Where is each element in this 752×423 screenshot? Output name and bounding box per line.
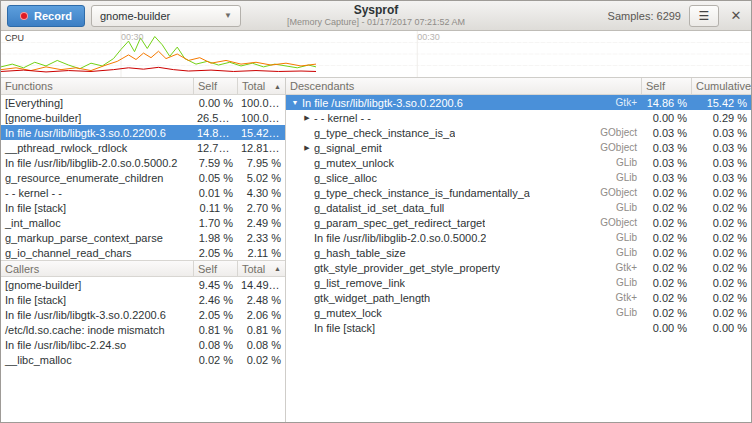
- function-row[interactable]: _int_malloc 1.70 % 2.49 %: [1, 215, 285, 230]
- function-row[interactable]: g_markup_parse_context_parse 1.98 % 2.33…: [1, 230, 285, 245]
- function-row[interactable]: In file /usr/lib/libglib-2.0.so.0.5000.2…: [1, 155, 285, 170]
- functions-table: [Everything] 0.00 % 100.00 % [gnome-buil…: [1, 95, 285, 260]
- expander-icon[interactable]: ▼: [290, 99, 300, 106]
- descendant-cumulative: 0.02 %: [691, 262, 751, 274]
- callers-self-column-header[interactable]: Self: [193, 261, 237, 276]
- descendant-row[interactable]: In file [stack] 0.00 % 0.00 %: [286, 320, 751, 335]
- function-row[interactable]: __pthread_rwlock_rdlock 12.75 % 12.81 %: [1, 140, 285, 155]
- descendants-self-column-header[interactable]: Self: [641, 78, 691, 94]
- menu-button[interactable]: ☰: [689, 5, 719, 27]
- descendant-row[interactable]: g_slice_alloc GLib 0.03 % 0.03 %: [286, 170, 751, 185]
- function-name: - - kernel - -: [1, 187, 193, 199]
- expander-icon[interactable]: ▶: [302, 114, 312, 122]
- descendant-row[interactable]: gtk_widget_path_length Gtk+ 0.02 % 0.02 …: [286, 290, 751, 305]
- descendant-cumulative: 0.03 %: [691, 142, 751, 154]
- record-icon: [20, 12, 28, 20]
- caller-self: 9.45 %: [193, 279, 237, 291]
- function-row[interactable]: [gnome-builder] 26.51 % 100.00 %: [1, 110, 285, 125]
- descendant-cumulative: 0.02 %: [691, 292, 751, 304]
- caller-name: In file [stack]: [1, 294, 193, 306]
- caller-row[interactable]: [gnome-builder] 9.45 % 14.49 %: [1, 277, 285, 292]
- functions-total-column-header[interactable]: Total ▲: [237, 78, 285, 94]
- descendant-row[interactable]: ▼ In file /usr/lib/libgtk-3.so.0.2200.6 …: [286, 95, 751, 110]
- descendant-row[interactable]: g_type_check_instance_is_a GObject 0.03 …: [286, 125, 751, 140]
- target-process-dropdown[interactable]: gnome-builder ▼: [91, 5, 241, 27]
- descendant-self: 0.02 %: [641, 247, 691, 259]
- caller-name: __libc_malloc: [1, 354, 193, 366]
- function-row[interactable]: In file /usr/lib/libgtk-3.so.0.2200.6 14…: [1, 125, 285, 140]
- cpu-graph[interactable]: CPU 00:3000:30: [1, 31, 751, 78]
- descendant-category: GLib: [589, 202, 641, 213]
- descendant-category: GObject: [589, 217, 641, 228]
- window-title: Sysprof: [287, 3, 465, 17]
- functions-column-header[interactable]: Functions: [1, 78, 193, 94]
- descendant-self: 14.86 %: [641, 97, 691, 109]
- function-row[interactable]: g_io_channel_read_chars 2.05 % 2.11 %: [1, 245, 285, 260]
- descendant-cumulative: 0.02 %: [691, 307, 751, 319]
- functions-total-label: Total: [242, 80, 265, 92]
- descendant-name-cell: ▼ In file /usr/lib/libgtk-3.so.0.2200.6: [286, 97, 589, 109]
- record-button[interactable]: Record: [7, 5, 85, 27]
- descendant-cumulative: 0.02 %: [691, 232, 751, 244]
- function-total: 2.11 %: [237, 247, 285, 259]
- descendant-row[interactable]: ▶ g_signal_emit GObject 0.03 % 0.03 %: [286, 140, 751, 155]
- hamburger-icon: ☰: [699, 9, 710, 23]
- descendant-row[interactable]: gtk_style_provider_get_style_property Gt…: [286, 260, 751, 275]
- descendant-category: GLib: [589, 157, 641, 168]
- functions-self-column-header[interactable]: Self: [193, 78, 237, 94]
- descendant-name: In file /usr/lib/libglib-2.0.so.0.5000.2: [314, 232, 486, 244]
- caller-total: 0.02 %: [237, 354, 285, 366]
- caller-row[interactable]: __libc_malloc 0.02 % 0.02 %: [1, 352, 285, 367]
- callers-column-header[interactable]: Callers: [1, 261, 193, 276]
- descendant-self: 0.02 %: [641, 277, 691, 289]
- descendant-row[interactable]: g_list_remove_link GLib 0.02 % 0.02 %: [286, 275, 751, 290]
- descendants-column-header[interactable]: Descendants: [286, 78, 641, 94]
- descendants-table: ▼ In file /usr/lib/libgtk-3.so.0.2200.6 …: [286, 95, 751, 335]
- descendant-name: In file [stack]: [314, 322, 375, 334]
- descendant-row[interactable]: In file /usr/lib/libglib-2.0.so.0.5000.2…: [286, 230, 751, 245]
- descendant-name-cell: g_list_remove_link: [286, 277, 589, 289]
- callers-total-column-header[interactable]: Total ▲: [237, 261, 285, 276]
- descendant-self: 0.02 %: [641, 232, 691, 244]
- caller-row[interactable]: In file /usr/lib/libc-2.24.so 0.08 % 0.0…: [1, 337, 285, 352]
- function-total: 2.49 %: [237, 217, 285, 229]
- function-self: 0.00 %: [193, 97, 237, 109]
- caller-self: 0.81 %: [193, 324, 237, 336]
- function-row[interactable]: - - kernel - - 0.01 % 4.30 %: [1, 185, 285, 200]
- close-icon: ✕: [731, 8, 742, 23]
- descendant-row[interactable]: g_hash_table_size GLib 0.02 % 0.02 %: [286, 245, 751, 260]
- cpu-green-line: [1, 37, 316, 69]
- function-name: g_markup_parse_context_parse: [1, 232, 193, 244]
- descendant-row[interactable]: g_param_spec_get_redirect_target GObject…: [286, 215, 751, 230]
- expander-icon[interactable]: ▶: [302, 144, 312, 152]
- function-total: 2.33 %: [237, 232, 285, 244]
- descendant-name: g_type_check_instance_is_fundamentally_a: [314, 187, 530, 199]
- close-button[interactable]: ✕: [727, 7, 745, 25]
- function-row[interactable]: g_resource_enumerate_children 0.05 % 5.0…: [1, 170, 285, 185]
- descendant-name: g_type_check_instance_is_a: [314, 127, 455, 139]
- functions-header: Functions Self Total ▲: [1, 78, 285, 95]
- descendant-row[interactable]: g_type_check_instance_is_fundamentally_a…: [286, 185, 751, 200]
- descendant-name-cell: ▶ - - kernel - -: [286, 112, 589, 124]
- cpu-graph-label: CPU: [5, 33, 24, 43]
- descendant-name: g_list_remove_link: [314, 277, 405, 289]
- caller-row[interactable]: In file [stack] 2.46 % 2.48 %: [1, 292, 285, 307]
- right-column: Descendants Self Cumulative ▲ ▼ In file …: [286, 78, 751, 423]
- descendants-cumulative-column-header[interactable]: Cumulative ▲: [691, 78, 751, 94]
- function-name: g_io_channel_read_chars: [1, 247, 193, 259]
- caller-row[interactable]: In file /usr/lib/libgtk-3.so.0.2200.6 2.…: [1, 307, 285, 322]
- function-row[interactable]: In file [stack] 0.11 % 2.70 %: [1, 200, 285, 215]
- descendant-row[interactable]: g_mutex_unlock GLib 0.03 % 0.03 %: [286, 155, 751, 170]
- descendant-name-cell: g_mutex_lock: [286, 307, 589, 319]
- descendant-row[interactable]: g_datalist_id_set_data_full GLib 0.02 % …: [286, 200, 751, 215]
- profile-panels: Functions Self Total ▲ [Everything] 0.00…: [1, 78, 751, 423]
- caller-row[interactable]: /etc/ld.so.cache: inode mismatch 0.81 % …: [1, 322, 285, 337]
- descendant-name-cell: g_type_check_instance_is_a: [286, 127, 589, 139]
- descendant-self: 0.02 %: [641, 262, 691, 274]
- descendant-row[interactable]: g_mutex_lock GLib 0.02 % 0.02 %: [286, 305, 751, 320]
- descendant-row[interactable]: ▶ - - kernel - - 0.00 % 0.29 %: [286, 110, 751, 125]
- titlebar: Record gnome-builder ▼ Sysprof [Memory C…: [1, 1, 751, 31]
- function-row[interactable]: [Everything] 0.00 % 100.00 %: [1, 95, 285, 110]
- descendant-category: GLib: [589, 247, 641, 258]
- descendant-self: 0.00 %: [641, 322, 691, 334]
